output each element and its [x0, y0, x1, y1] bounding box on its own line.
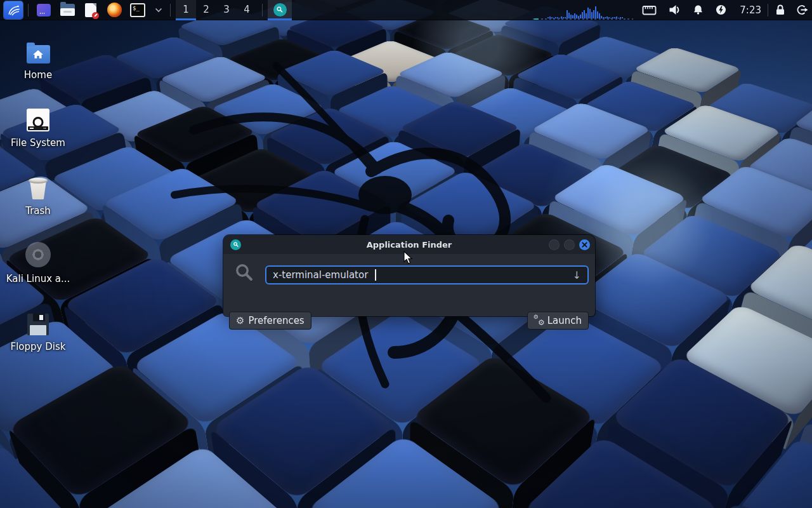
- desktop-icon-trash[interactable]: Trash: [8, 171, 69, 239]
- panel-separator: [768, 4, 768, 17]
- kali-dragon-silhouette: [149, 29, 580, 410]
- desktop-icon-column: Home File System Trash Kali Linux a... F…: [8, 36, 69, 375]
- trash-icon: [29, 178, 48, 199]
- volume-icon[interactable]: [669, 4, 681, 15]
- gear-icon: ⚙: [236, 316, 244, 326]
- desktop-icon-label: File System: [11, 137, 65, 149]
- launcher-bar: $_: [34, 3, 165, 18]
- workspace-1[interactable]: 1: [176, 0, 196, 20]
- panel-separator: [170, 4, 171, 17]
- desktop-icon-label: Home: [24, 69, 52, 81]
- power-manager-icon[interactable]: [716, 4, 726, 15]
- taskbar-application-finder-button[interactable]: [268, 0, 292, 20]
- clock[interactable]: 7:23: [740, 4, 761, 16]
- workspace-switcher: 1 2 3 4: [176, 0, 257, 20]
- desktop-icon-file-system[interactable]: File System: [8, 104, 69, 171]
- search-input-value: x-terminal-emulator: [273, 269, 368, 281]
- disc-icon: [25, 242, 51, 267]
- minimize-button[interactable]: [549, 239, 560, 250]
- cpu-graph-bars: [547, 6, 623, 18]
- home-folder-icon: [27, 45, 50, 64]
- search-input[interactable]: x-terminal-emulator ↓: [265, 265, 589, 284]
- cpu-graph-baseline: [533, 18, 633, 20]
- desktop-icon-home[interactable]: Home: [8, 36, 69, 104]
- close-button[interactable]: [579, 239, 590, 250]
- dialog-buttons: ⚙ Preferences ⚙⚙ Launch: [229, 312, 589, 330]
- preferences-button[interactable]: ⚙ Preferences: [229, 312, 311, 330]
- workspace-3[interactable]: 3: [216, 0, 237, 20]
- dropdown-arrow-icon[interactable]: ↓: [573, 269, 581, 281]
- launch-button-label: Launch: [547, 315, 582, 326]
- system-tray: 7:23: [642, 4, 763, 16]
- lock-screen-icon[interactable]: [775, 4, 786, 15]
- cpu-graph-marker: [534, 18, 539, 20]
- close-icon: [582, 242, 587, 248]
- application-finder-icon: [273, 3, 287, 17]
- launcher-dropdown-button[interactable]: [155, 8, 162, 13]
- notifications-bell-icon[interactable]: [693, 4, 704, 15]
- application-finder-window: Application Finder x-terminal-emulator ↓…: [223, 235, 595, 316]
- maximize-button[interactable]: [564, 239, 575, 250]
- desktop-icon-label: Kali Linux a...: [6, 273, 70, 284]
- window-title: Application Finder: [223, 240, 595, 250]
- panel-separator: [28, 4, 29, 17]
- applications-menu-button[interactable]: [4, 1, 23, 19]
- window-controls: [549, 239, 590, 250]
- floppy-disk-icon: [27, 314, 49, 335]
- desktop-icon-label: Floppy Disk: [11, 341, 66, 352]
- logout-icon[interactable]: [796, 4, 808, 15]
- document-edit-icon: [85, 3, 96, 17]
- hard-drive-icon: [27, 109, 49, 131]
- workspace-4[interactable]: 4: [237, 0, 257, 20]
- terminal-launcher[interactable]: $_: [130, 3, 145, 18]
- desktop-icon-floppy-disk[interactable]: Floppy Disk: [8, 307, 69, 375]
- desktop-icon-kali-docs[interactable]: Kali Linux a...: [8, 239, 69, 307]
- launch-button[interactable]: ⚙⚙ Launch: [527, 312, 589, 330]
- run-gears-icon: ⚙⚙: [534, 316, 544, 326]
- desktop-icon-label: Trash: [25, 205, 51, 217]
- cpu-graph[interactable]: [533, 0, 633, 20]
- preferences-button-label: Preferences: [248, 315, 304, 326]
- top-panel: $_ 1 2 3 4: [0, 0, 812, 20]
- search-icon: [235, 263, 254, 282]
- terminal-icon: $_: [130, 3, 145, 17]
- file-manager-launcher[interactable]: [60, 3, 75, 18]
- workspace-2[interactable]: 2: [196, 0, 216, 20]
- purple-window-icon: [37, 4, 51, 17]
- kali-dragon-logo-icon: [6, 3, 21, 18]
- chevron-down-icon: [155, 8, 162, 13]
- folder-icon: [60, 4, 75, 16]
- panel-separator: [262, 4, 263, 17]
- mouse-cursor: [403, 251, 414, 265]
- window-launcher[interactable]: [36, 3, 51, 18]
- network-icon[interactable]: [642, 4, 657, 15]
- firefox-icon: [107, 3, 122, 17]
- web-browser-launcher[interactable]: [107, 3, 122, 18]
- application-finder-icon: [230, 239, 241, 250]
- text-caret: [375, 269, 376, 281]
- text-editor-launcher[interactable]: [83, 3, 98, 18]
- session-buttons: [775, 4, 808, 15]
